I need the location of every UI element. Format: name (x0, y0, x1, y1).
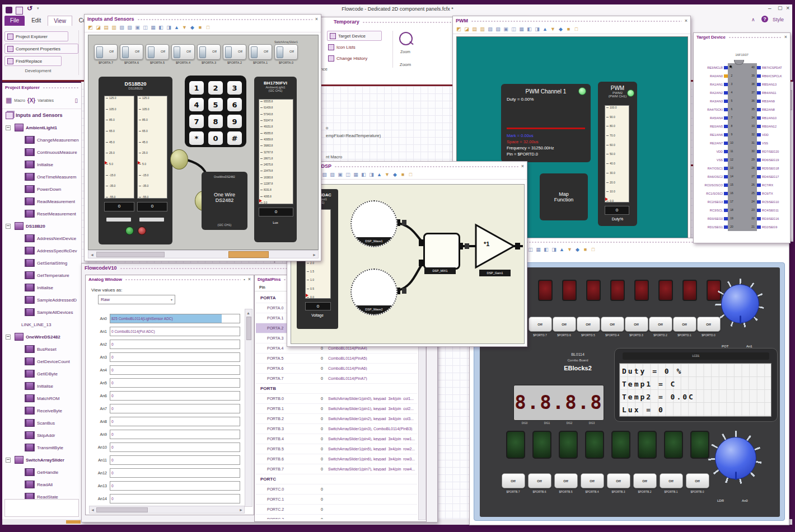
tree-item[interactable]: AddressNextDevice (2, 232, 81, 244)
digital-pin-row[interactable]: PORTB.5 0 SwitchArraySlider1(pin5), keyp… (256, 444, 417, 454)
dsp-canvas[interactable]: MCP4706DAC DAC_Output1 (I2C CH1) 5.04.54… (291, 184, 525, 344)
digital-pin-row[interactable]: PORTB.6 0 SwitchArraySlider1(pin6), keyp… (256, 454, 417, 464)
scroll-up-icon[interactable]: ▲ (246, 310, 250, 316)
tree-item[interactable]: PowerDown (2, 183, 81, 195)
icon-lists-toggle[interactable]: Icon Lists (328, 44, 356, 50)
pwm-duty-slider[interactable]: 100.090.080.070.060.050.040.030.020.010.… (605, 105, 629, 203)
toolbar-icon[interactable]: ▼ (550, 26, 556, 32)
scroll-left-icon[interactable]: ◄ (91, 507, 95, 512)
toolbar-icon[interactable]: ▦ (535, 247, 541, 253)
toolbar-icon[interactable]: ◨ (551, 247, 557, 253)
pin-square-left[interactable] (724, 108, 728, 111)
analog-value-field[interactable]: 0 (110, 468, 240, 478)
toolbar-icon[interactable]: ■ (400, 172, 406, 178)
tree-item[interactable]: AmbientLight1 (2, 121, 81, 134)
toolbar-icon[interactable]: ◫ (345, 172, 351, 178)
port-toggle-button[interactable]: Off (553, 317, 576, 332)
pin-square-right[interactable] (757, 83, 761, 86)
analog-value-field[interactable]: 0 (110, 340, 240, 349)
ds18b20-panel[interactable]: DS18B20 DS18B20 125.0105.085.065.045.025… (99, 77, 172, 244)
pin-square-left[interactable] (724, 74, 728, 78)
macros-grid-icon[interactable]: ▦ (6, 96, 12, 104)
tree-item[interactable]: GetHandle (2, 466, 81, 478)
toolbar-icon[interactable]: ▤ (471, 26, 478, 32)
pin-square-left[interactable] (724, 225, 728, 229)
slider-marker[interactable] (105, 161, 107, 164)
toolbar-icon[interactable]: ◆ (392, 172, 398, 178)
analog-titlebar[interactable]: Analog Window ▪ × (86, 275, 254, 283)
digital-pin-row[interactable]: PORTB.0 0 SwitchArraySlider1(pin0), keyp… (256, 394, 417, 404)
analog-hscrollbar[interactable]: ◄ ► (89, 506, 245, 514)
toolbar-icon[interactable]: ▲ (559, 247, 565, 253)
outputs-titlebar[interactable]: Outputs and DSP × (287, 162, 527, 171)
pwm-titlebar[interactable]: PWM × (453, 16, 690, 25)
port-toggle-button[interactable]: Off (686, 473, 709, 488)
pin-square-left[interactable] (724, 167, 728, 170)
toolbar-icon[interactable]: ▦ (353, 172, 359, 178)
expander-icon[interactable] (6, 125, 11, 130)
toolbar-icon[interactable]: ◨ (166, 25, 172, 31)
pin-square-right[interactable] (757, 158, 761, 162)
keypad-key[interactable]: * (189, 131, 204, 145)
toolbar-icon[interactable]: ◧ (543, 247, 549, 253)
keypad-key[interactable]: 1 (189, 81, 204, 95)
port-toggle-button[interactable]: Off (601, 317, 624, 332)
maximize-button[interactable]: ▢ (778, 5, 783, 11)
pin-square-right[interactable] (757, 74, 761, 78)
toolbar-icon[interactable]: ▧ (321, 172, 328, 178)
tab-view[interactable]: View (48, 16, 72, 26)
pin-icon[interactable]: ▪ (244, 277, 245, 282)
inputs-canvas[interactable]: Off $PORTA.7 Off $PORTA.6 Off $PORTA.5 O… (88, 35, 319, 250)
close-icon[interactable]: × (685, 18, 688, 23)
tab-file[interactable]: File (4, 16, 25, 26)
expander-icon[interactable] (6, 335, 11, 340)
pin-square-right[interactable] (757, 66, 761, 69)
digital-pin-row[interactable]: PORTC.1 0 (256, 495, 417, 505)
tree-item[interactable]: ReadMeasurement (2, 195, 81, 208)
pin-square-right[interactable] (757, 150, 761, 153)
toolbar-icon[interactable]: ▼ (384, 172, 390, 178)
toolbar-icon[interactable]: □ (205, 25, 211, 31)
inputs-hscrollbar[interactable]: ◄ ► (88, 250, 319, 258)
analog-value-field[interactable]: 0 (110, 365, 240, 375)
target-device-panel[interactable]: Target Device × 16F1937 RE3/MCLR 1 40 RB… (693, 32, 791, 243)
port-toggle-button[interactable]: Off (577, 317, 600, 332)
macro-tab-label[interactable]: Macro (14, 98, 25, 102)
ldr-knob[interactable] (715, 437, 756, 479)
keypad-key[interactable]: 5 (208, 98, 223, 111)
pin-square-left[interactable] (724, 100, 728, 103)
tree-item[interactable]: ReceiveByte (2, 404, 81, 417)
port-toggle-button[interactable]: Off (554, 473, 578, 488)
toolbar-icon[interactable]: ◪ (464, 26, 470, 32)
analog-value-field[interactable]: 0 (110, 417, 240, 426)
pin-square-right[interactable] (757, 167, 761, 170)
pin-square-left[interactable] (724, 183, 728, 187)
inputs-titlebar[interactable]: Inputs and Sensors × (85, 15, 321, 23)
digital-pin-row[interactable]: PORTC.0 0 (256, 484, 417, 495)
tree-item[interactable]: GetTemperature (2, 269, 81, 281)
toolbar-icon[interactable]: ▦ (150, 25, 156, 31)
change-history-toggle[interactable]: Change History (328, 55, 367, 62)
digital-pin-row[interactable]: PORTB (256, 384, 417, 394)
slider-marker[interactable] (306, 294, 308, 297)
analog-value-field[interactable]: 0 (110, 352, 240, 362)
close-icon[interactable]: × (315, 17, 318, 22)
digital-pin-row[interactable]: PORTC (256, 474, 417, 484)
view-values-dropdown[interactable]: Raw ▾ (98, 295, 175, 304)
inputs-sensors-window[interactable]: Inputs and Sensors × ◩◪▤▥▧▨▣◫▦◧◨▲▼◆■□ Of… (84, 14, 321, 261)
pin-square-right[interactable] (757, 183, 761, 187)
expander-icon[interactable] (6, 458, 11, 463)
style-menu[interactable]: Style (773, 17, 784, 22)
toolbar-icon[interactable]: ◩ (87, 25, 93, 31)
toolbar-icon[interactable]: ◆ (558, 26, 564, 32)
toolbar-icon[interactable]: ▥ (479, 26, 485, 32)
bh1750-panel[interactable]: BH1750FVI AmbientLight1 (I2C CH1) 65535.… (254, 77, 297, 242)
pin-square-left[interactable] (724, 91, 728, 95)
close-icon[interactable]: × (521, 164, 524, 169)
pin-square-right[interactable] (757, 116, 761, 120)
port-toggle-button[interactable]: Off (633, 473, 657, 488)
toolbar-icon[interactable]: ■ (197, 25, 203, 31)
toolbar-icon[interactable]: ◨ (368, 172, 375, 178)
pin-square-left[interactable] (724, 83, 728, 86)
toolbar-icon[interactable]: ▨ (127, 25, 133, 31)
